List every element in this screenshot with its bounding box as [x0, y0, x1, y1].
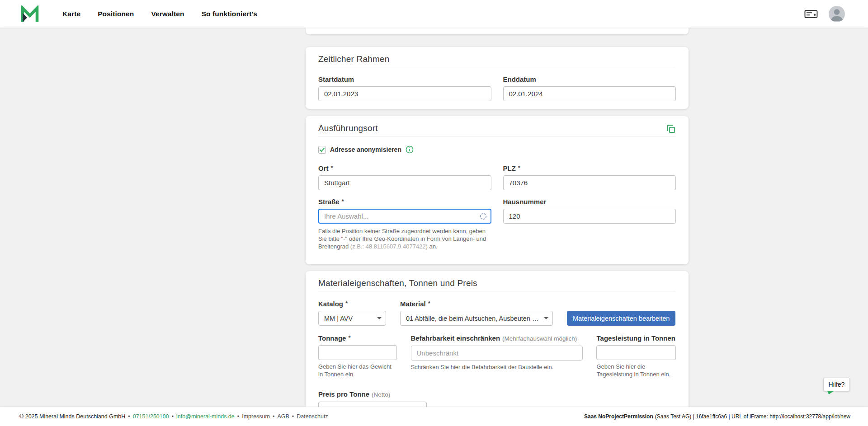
- separator-dot: •: [172, 413, 174, 420]
- separator-dot: •: [237, 413, 239, 420]
- enddatum-input[interactable]: [503, 86, 676, 101]
- card-reader-icon[interactable]: [804, 9, 818, 19]
- separator-dot: •: [292, 413, 294, 420]
- materialeigenschaften-bearbeiten-button[interactable]: Materialeigenschaften bearbeiten: [567, 311, 675, 326]
- tagesleistung-helper-text: Geben Sie hier die Tagesleistung in Tonn…: [596, 363, 676, 378]
- preis-hint: (Netto): [372, 391, 390, 399]
- top-navbar: Karte Positionen Verwalten So funktionie…: [0, 0, 868, 28]
- strasse-helper-text: Falls die Position keiner Straße zugeord…: [318, 227, 489, 250]
- user-avatar[interactable]: [829, 6, 845, 22]
- katalog-field: Katalog* MM | AVV: [318, 300, 386, 326]
- footer-right: Saas NoProjectPermission (Saas Test AG) …: [584, 413, 850, 420]
- required-marker: *: [345, 300, 348, 308]
- card-title-zeitlicher-rahmen: Zeitlicher Rahmen: [318, 54, 676, 65]
- hausnummer-input[interactable]: [503, 209, 676, 224]
- card-zeitlicher-rahmen: Zeitlicher Rahmen Startdatum Enddatum: [306, 47, 689, 109]
- agb-link[interactable]: AGB: [277, 413, 289, 420]
- befahrbarkeit-label: Befahrbarkeit einschränken (Mehrfachausw…: [411, 334, 583, 343]
- partial-card-bottom: [306, 28, 689, 34]
- check-icon: [319, 147, 325, 153]
- plz-field: PLZ*: [503, 164, 676, 190]
- mineral-minds-logo[interactable]: [21, 5, 39, 23]
- nav-item-so-funktionierts[interactable]: So funktioniert's: [202, 10, 257, 18]
- lot-form: Zeitlicher Rahmen Startdatum Enddatum Au…: [306, 28, 689, 426]
- saas-info-text: (Saas Test AG) | 16fae1ffc6a6 | URL of i…: [655, 413, 850, 420]
- required-marker: *: [518, 164, 520, 172]
- chevron-down-icon: [544, 317, 548, 319]
- separator-dot: •: [273, 413, 274, 420]
- strasse-input[interactable]: [318, 209, 491, 224]
- katalog-label: Katalog*: [318, 300, 386, 308]
- startdatum-input[interactable]: [318, 86, 491, 101]
- strasse-field: Straße* Falls die Position keiner Straße…: [318, 198, 491, 250]
- material-label: Material*: [400, 300, 553, 308]
- chevron-down-icon: [377, 317, 382, 319]
- card-ausfuehrungsort: Ausführungsort Adresse anonymisieren: [306, 116, 689, 264]
- katalog-select[interactable]: MM | AVV: [318, 311, 386, 326]
- footer-left: © 2025 Mineral Minds Deutschland GmbH • …: [19, 413, 328, 420]
- copy-icon[interactable]: [666, 124, 676, 134]
- tagesleistung-field: Tagesleistung in Tonnen Geben Sie hier d…: [596, 334, 676, 378]
- tonnage-field: Tonnage* Geben Sie hier das Gewicht in T…: [318, 334, 397, 378]
- tonnage-helper-text: Geben Sie hier das Gewicht in Tonnen ein…: [318, 363, 397, 378]
- copyright-text: © 2025 Mineral Minds Deutschland GmbH: [19, 413, 125, 420]
- loading-spinner-icon: [480, 213, 487, 220]
- plz-label: PLZ*: [503, 164, 676, 173]
- plz-input[interactable]: [503, 175, 676, 190]
- ort-label: Ort*: [318, 164, 491, 173]
- info-icon[interactable]: [406, 145, 414, 154]
- tagesleistung-label: Tagesleistung in Tonnen: [596, 334, 676, 342]
- befahrbarkeit-input[interactable]: [411, 346, 583, 360]
- divider: [318, 67, 676, 67]
- logo-m-icon: [21, 5, 39, 23]
- nav-item-verwalten[interactable]: Verwalten: [151, 10, 184, 18]
- enddatum-label: Enddatum: [503, 75, 676, 84]
- card-title-ausfuehrungsort: Ausführungsort: [318, 123, 378, 134]
- phone-link[interactable]: 07151/250100: [133, 413, 169, 420]
- befahrbarkeit-hint: (Mehrfachauswahl möglich): [502, 335, 577, 343]
- separator-dot: •: [128, 413, 130, 420]
- required-marker: *: [331, 164, 333, 172]
- email-link[interactable]: info@mineral-minds.de: [176, 413, 235, 420]
- required-marker: *: [348, 334, 350, 342]
- impressum-link[interactable]: Impressum: [242, 413, 270, 420]
- hausnummer-label: Hausnummer: [503, 198, 676, 206]
- adresse-anonymisieren-checkbox[interactable]: [318, 146, 326, 154]
- material-select[interactable]: 01 Abfälle, die beim Aufsuchen, Ausbeute…: [400, 311, 553, 326]
- startdatum-label: Startdatum: [318, 75, 491, 84]
- befahrbarkeit-helper-text: Schränken Sie hier die Befahrbarkeit der…: [411, 363, 583, 371]
- card-title-materialeigenschaften: Materialeigenschaften, Tonnen und Preis: [318, 278, 676, 289]
- startdatum-field: Startdatum: [318, 75, 491, 101]
- ort-input[interactable]: [318, 175, 491, 190]
- main-nav: Karte Positionen Verwalten So funktionie…: [62, 10, 257, 18]
- nav-item-karte[interactable]: Karte: [62, 10, 80, 18]
- enddatum-field: Enddatum: [503, 75, 676, 101]
- datenschutz-link[interactable]: Datenschutz: [297, 413, 328, 420]
- required-marker: *: [342, 197, 344, 206]
- saas-permission-text: Saas NoProjectPermission: [584, 413, 653, 420]
- page-footer: © 2025 Mineral Minds Deutschland GmbH • …: [0, 407, 868, 426]
- ort-field: Ort*: [318, 164, 491, 190]
- adresse-anonymisieren-row: Adresse anonymisieren: [318, 145, 676, 154]
- tagesleistung-input[interactable]: [596, 345, 676, 360]
- hilfe-button[interactable]: Hilfe?: [823, 378, 850, 391]
- person-icon: [829, 6, 845, 22]
- hilfe-label: Hilfe?: [829, 381, 845, 388]
- strasse-label: Straße*: [318, 198, 491, 206]
- material-field: Material* 01 Abfälle, die beim Aufsuchen…: [400, 300, 553, 326]
- tonnage-label: Tonnage*: [318, 334, 397, 342]
- preis-label: Preis pro Tonne (Netto): [318, 390, 427, 399]
- navbar-right: [804, 6, 845, 22]
- divider: [318, 291, 676, 291]
- required-marker: *: [428, 300, 430, 308]
- card-materialeigenschaften: Materialeigenschaften, Tonnen und Preis …: [306, 271, 689, 426]
- divider: [318, 136, 676, 136]
- tonnage-input[interactable]: [318, 345, 397, 360]
- hausnummer-field: Hausnummer: [503, 198, 676, 250]
- nav-item-positionen[interactable]: Positionen: [98, 10, 134, 18]
- befahrbarkeit-field: Befahrbarkeit einschränken (Mehrfachausw…: [411, 334, 583, 371]
- adresse-anonymisieren-label: Adresse anonymisieren: [330, 146, 401, 153]
